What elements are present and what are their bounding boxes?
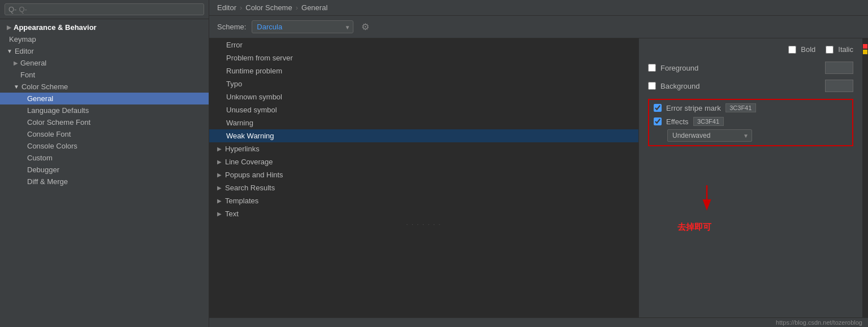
stripe-mark-yellow [863, 50, 867, 54]
list-item-runtime-problem[interactable]: Runtime problem [209, 64, 638, 77]
list-item-label: Popups and Hints [225, 171, 283, 179]
list-item-label: Problem from server [226, 54, 293, 62]
center-list-panel: Error Problem from server Runtime proble… [209, 38, 639, 317]
sidebar-item-console-colors[interactable]: Console Colors [0, 140, 209, 152]
arrow-icon: ▶ [217, 185, 222, 191]
list-item-problem-from-server[interactable]: Problem from server [209, 51, 638, 64]
annotation-text: 去掉即可 [677, 222, 711, 232]
error-stripe-mark-checkbox[interactable] [654, 104, 662, 112]
sidebar-item-appearance[interactable]: ▶ Appearance & Behavior [0, 21, 209, 33]
bold-label: Bold [801, 45, 815, 54]
error-stripe-mark-row: Error stripe mark 3C3F41 [654, 103, 848, 112]
sidebar-item-label: Color Scheme Font [27, 118, 90, 127]
foreground-checkbox[interactable] [648, 64, 656, 72]
sidebar-item-general[interactable]: ▶ General [0, 57, 209, 69]
list-item-weak-warning[interactable]: Weak Warning [209, 129, 638, 142]
arrow-icon: ▶ [217, 159, 222, 165]
search-bar: Q- [0, 0, 209, 19]
annotation-container: 去掉即可 [673, 185, 741, 233]
right-panel: Editor › Color Scheme › General Scheme: … [209, 0, 868, 327]
list-item-label: Error [226, 41, 243, 49]
list-item-templates[interactable]: ▶ Templates [209, 194, 638, 207]
sidebar-item-language-defaults[interactable]: Language Defaults [0, 104, 209, 116]
effects-value[interactable]: 3C3F41 [693, 117, 724, 126]
sidebar-item-label: Diff & Merge [27, 177, 68, 186]
scheme-select[interactable]: Darcula Default High Contrast Monokai [252, 20, 353, 33]
foreground-swatch[interactable] [825, 62, 853, 74]
list-item-warning[interactable]: Warning [209, 116, 638, 129]
sidebar-item-keymap[interactable]: Keymap [0, 33, 209, 45]
italic-label: Italic [838, 45, 853, 54]
list-item-unknown-symbol[interactable]: Unknown symbol [209, 90, 638, 103]
sidebar-item-label: Editor [15, 47, 34, 55]
sidebar-item-diff-merge[interactable]: Diff & Merge [0, 176, 209, 188]
sidebar-item-color-scheme[interactable]: ▼ Color Scheme [0, 81, 209, 93]
gear-button[interactable]: ⚙ [359, 20, 372, 33]
arrow-icon: ▶ [217, 172, 222, 178]
options-panel: Bold Italic Foreground Background [639, 38, 862, 317]
arrow-icon: ▶ [7, 24, 11, 30]
sidebar: Q- ▶ Appearance & Behavior Keymap ▼ Edit… [0, 0, 209, 327]
sidebar-item-label: Language Defaults [27, 106, 89, 115]
error-stripe-mark-value[interactable]: 3C3F41 [726, 103, 756, 112]
sidebar-item-label: Debugger [27, 165, 59, 174]
scheme-label: Scheme: [217, 23, 246, 31]
list-item-error[interactable]: Error [209, 38, 638, 51]
sidebar-item-general-sub[interactable]: General [0, 93, 209, 104]
list-item-unused-symbol[interactable]: Unused symbol [209, 103, 638, 116]
list-item-typo[interactable]: Typo [209, 77, 638, 90]
italic-checkbox[interactable] [826, 46, 834, 54]
arrow-icon: ▼ [14, 84, 19, 90]
list-item-label: Unknown symbol [226, 93, 282, 101]
search-input-wrap[interactable]: Q- [5, 3, 204, 15]
breadcrumb-sep-1: › [240, 3, 242, 12]
sidebar-item-label: Keymap [9, 35, 36, 43]
bold-checkbox[interactable] [788, 46, 796, 54]
sidebar-item-custom[interactable]: Custom [0, 152, 209, 164]
sidebar-item-color-scheme-font[interactable]: Color Scheme Font [0, 116, 209, 128]
list-item-line-coverage[interactable]: ▶ Line Coverage [209, 155, 638, 168]
breadcrumb-editor: Editor [217, 3, 236, 12]
background-row: Background [648, 80, 853, 92]
sidebar-item-label: Font [20, 71, 35, 79]
red-arrow-svg [673, 185, 741, 219]
sidebar-item-console-font[interactable]: Console Font [0, 128, 209, 140]
effects-label: Effects [666, 117, 689, 126]
stripe-mark-red [863, 44, 867, 49]
error-stripe-mark-label: Error stripe mark [666, 104, 721, 112]
italic-row: Italic [826, 45, 853, 54]
dots-separator: · · · · · · · [209, 220, 638, 229]
list-item-hyperlinks[interactable]: ▶ Hyperlinks [209, 142, 638, 155]
search-icon: Q- [8, 5, 16, 14]
sidebar-item-label: Console Colors [27, 142, 77, 150]
effects-row: Effects 3C3F41 [654, 117, 848, 126]
effects-checkbox[interactable] [654, 117, 662, 125]
sidebar-item-debugger[interactable]: Debugger [0, 164, 209, 176]
sidebar-item-font[interactable]: Font [0, 69, 209, 81]
breadcrumb: Editor › Color Scheme › General [209, 0, 868, 16]
list-item-search-results[interactable]: ▶ Search Results [209, 181, 638, 194]
url-text: https://blog.csdn.net/tozeroblog [776, 319, 862, 326]
list-item-label: Text [225, 210, 239, 218]
scheme-bar: Scheme: Darcula Default High Contrast Mo… [209, 16, 868, 38]
list-item-label: Templates [225, 197, 258, 205]
right-stripe [862, 38, 868, 317]
effects-dropdown-row: Underwaved Underscored Bold Underscored … [667, 129, 848, 142]
list-item-popups-hints[interactable]: ▶ Popups and Hints [209, 168, 638, 181]
list-item-label: Warning [226, 119, 253, 127]
sidebar-item-editor[interactable]: ▼ Editor [0, 45, 209, 57]
list-item-label: Typo [226, 80, 242, 88]
sidebar-item-label: Console Font [27, 130, 71, 138]
background-swatch[interactable] [825, 80, 853, 92]
list-item-label: Hyperlinks [225, 145, 260, 153]
effects-dropdown[interactable]: Underwaved Underscored Bold Underscored … [667, 129, 752, 142]
search-input[interactable] [19, 5, 200, 14]
breadcrumb-general: General [301, 3, 327, 12]
background-checkbox[interactable] [648, 82, 656, 90]
list-item-label: Runtime problem [226, 67, 282, 75]
breadcrumb-sep-2: › [296, 3, 298, 12]
breadcrumb-color-scheme: Color Scheme [245, 3, 292, 12]
arrow-icon: ▶ [14, 60, 18, 66]
list-item-label: Weak Warning [226, 132, 274, 140]
list-item-text[interactable]: ▶ Text [209, 207, 638, 220]
